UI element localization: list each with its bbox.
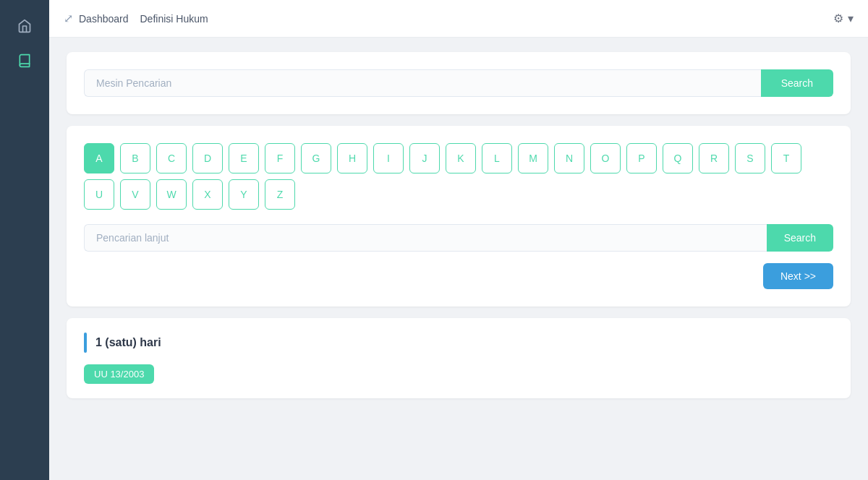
breadcrumb-current: Definisi Hukum (140, 13, 208, 25)
breadcrumb-home[interactable]: Dashboard (79, 13, 129, 25)
advanced-search-button[interactable]: Search (767, 224, 833, 252)
content: Search ABCDEFGHIJKLMNOPQRSTUVWXYZ Search… (49, 38, 868, 480)
alpha-btn-l[interactable]: L (482, 143, 512, 173)
sidebar-item-home[interactable] (10, 12, 39, 40)
alpha-btn-r[interactable]: R (699, 143, 729, 173)
main-area: ⤢ Dashboard Definisi Hukum ⚙ ▾ Search AB… (49, 0, 868, 480)
next-button[interactable]: Next >> (763, 263, 833, 289)
alpha-btn-j[interactable]: J (409, 143, 440, 173)
alpha-btn-p[interactable]: P (626, 143, 657, 173)
definition-accent (84, 333, 87, 353)
alpha-btn-q[interactable]: Q (663, 143, 693, 173)
header-right[interactable]: ⚙ ▾ (833, 12, 854, 25)
alpha-btn-i[interactable]: I (373, 143, 404, 173)
alpha-btn-u[interactable]: U (84, 179, 114, 210)
advanced-search-bar: Search (84, 224, 833, 252)
alpha-btn-k[interactable]: K (446, 143, 476, 173)
breadcrumb: Dashboard Definisi Hukum (79, 13, 208, 25)
search-card: Search (67, 52, 851, 114)
definition-title: 1 (satu) hari (95, 336, 161, 349)
header-left: ⤢ Dashboard Definisi Hukum (64, 12, 208, 25)
alpha-btn-s[interactable]: S (735, 143, 765, 173)
alpha-btn-y[interactable]: Y (229, 179, 259, 210)
alpha-btn-h[interactable]: H (337, 143, 367, 173)
main-search-input[interactable] (84, 69, 761, 97)
alpha-btn-m[interactable]: M (518, 143, 548, 173)
alpha-btn-e[interactable]: E (229, 143, 259, 173)
expand-icon[interactable]: ⤢ (64, 12, 73, 25)
alpha-btn-o[interactable]: O (590, 143, 621, 173)
filter-card: ABCDEFGHIJKLMNOPQRSTUVWXYZ Search Next >… (67, 126, 851, 307)
alpha-btn-a[interactable]: A (84, 143, 114, 173)
alpha-btn-v[interactable]: V (120, 179, 150, 210)
alpha-btn-z[interactable]: Z (265, 179, 295, 210)
alphabet-filter: ABCDEFGHIJKLMNOPQRSTUVWXYZ (84, 143, 833, 210)
alpha-btn-w[interactable]: W (156, 179, 187, 210)
sidebar-item-book[interactable] (10, 46, 39, 75)
alpha-btn-n[interactable]: N (554, 143, 584, 173)
alpha-btn-t[interactable]: T (771, 143, 801, 173)
alpha-btn-g[interactable]: G (301, 143, 331, 173)
advanced-search-input[interactable] (84, 224, 767, 252)
sidebar (0, 0, 49, 480)
alpha-btn-d[interactable]: D (192, 143, 223, 173)
header: ⤢ Dashboard Definisi Hukum ⚙ ▾ (49, 0, 868, 38)
alpha-btn-x[interactable]: X (192, 179, 223, 210)
alpha-btn-f[interactable]: F (265, 143, 295, 173)
alpha-btn-c[interactable]: C (156, 143, 187, 173)
pagination-row: Next >> (84, 263, 833, 289)
main-search-bar: Search (84, 69, 833, 97)
alpha-btn-b[interactable]: B (120, 143, 150, 173)
main-search-button[interactable]: Search (761, 69, 833, 97)
chevron-down-icon: ▾ (848, 12, 854, 25)
settings-icon[interactable]: ⚙ (833, 12, 843, 25)
definition-card: 1 (satu) hari UU 13/2003 (67, 318, 851, 398)
definition-tag[interactable]: UU 13/2003 (84, 364, 154, 384)
definition-header: 1 (satu) hari (84, 333, 833, 353)
